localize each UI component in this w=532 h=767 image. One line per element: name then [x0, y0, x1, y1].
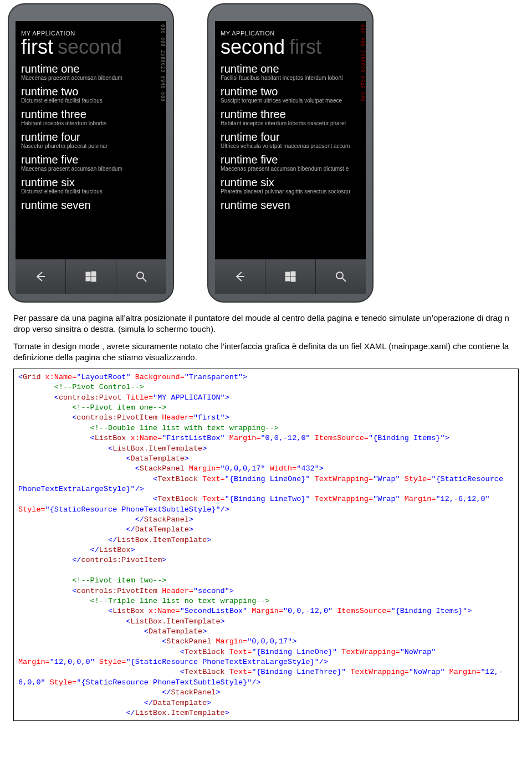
hw-buttons [16, 259, 166, 294]
svg-rect-11 [291, 277, 295, 282]
paragraph-1: Per passare da una pagina all’altra posi… [13, 313, 519, 335]
svg-point-5 [137, 272, 144, 279]
paragraph-2: Tornate in design mode , avrete sicurame… [13, 341, 519, 364]
list-item[interactable]: runtime threeHabitant inceptos interdum … [221, 109, 360, 127]
back-button[interactable] [215, 259, 265, 294]
pivot-header[interactable]: second first [221, 35, 360, 59]
pivot-header[interactable]: first second [21, 35, 161, 59]
svg-line-6 [143, 278, 146, 282]
list-item[interactable]: runtime twoDictumst eleifend facilisi fa… [21, 86, 161, 104]
list[interactable]: runtime oneFacilisi faucibus habitant in… [221, 63, 360, 211]
pivot-active[interactable]: second [221, 35, 285, 58]
svg-rect-8 [285, 272, 290, 276]
svg-rect-1 [86, 272, 90, 276]
svg-point-12 [336, 272, 343, 279]
svg-rect-2 [91, 272, 96, 276]
phone-right: 000 000 2590020 0940 080 MY APPLICATION … [207, 3, 374, 303]
list-item[interactable]: runtime threeHabitant inceptos interdum … [21, 109, 161, 127]
svg-rect-10 [285, 277, 290, 281]
svg-rect-3 [86, 277, 90, 281]
pivot-inactive[interactable]: second [58, 35, 122, 58]
list-item[interactable]: runtime seven [21, 200, 161, 211]
list-item[interactable]: runtime fourUltrices vehicula volutpat m… [221, 131, 360, 150]
list-item[interactable]: runtime seven [221, 200, 360, 211]
pivot-active[interactable]: first [21, 35, 53, 58]
windows-button[interactable] [66, 259, 116, 294]
emulator-counter: 000 000 2590020 0940 080 [160, 24, 165, 102]
list[interactable]: runtime oneMaecenas praesent accumsan bi… [21, 63, 161, 211]
pivot-inactive[interactable]: first [289, 35, 321, 58]
emulator-counter: 000 000 2590020 0940 080 [360, 24, 365, 102]
list-item[interactable]: runtime oneFacilisi faucibus habitant in… [221, 63, 360, 81]
svg-line-13 [342, 278, 346, 282]
back-button[interactable] [16, 259, 66, 294]
phones-row: 000 000 2590020 0940 080 MY APPLICATION … [0, 0, 532, 303]
windows-button[interactable] [265, 259, 316, 294]
list-item[interactable]: runtime sixDictumst eleifend facilisi fa… [21, 177, 161, 195]
search-button[interactable] [116, 259, 166, 294]
list-item[interactable]: runtime fiveMaecenas praesent accumsan b… [21, 154, 161, 172]
svg-rect-9 [291, 272, 295, 276]
xaml-code: <Grid x:Name="LayoutRoot" Background="Tr… [13, 369, 519, 721]
phone-right-screen: 000 000 2590020 0940 080 MY APPLICATION … [215, 21, 366, 259]
list-item[interactable]: runtime fiveMaecenas praesent accumsan b… [221, 154, 360, 172]
phone-left: 000 000 2590020 0940 080 MY APPLICATION … [8, 3, 174, 303]
svg-rect-4 [91, 277, 96, 282]
list-item[interactable]: runtime twoSuscipit torquent ultrices ve… [221, 86, 360, 104]
list-item[interactable]: runtime sixPharetra placerat pulvinar sa… [221, 177, 360, 195]
hw-buttons [215, 259, 366, 294]
search-button[interactable] [316, 259, 366, 294]
prose: Per passare da una pagina all’altra posi… [0, 313, 532, 363]
phone-left-screen: 000 000 2590020 0940 080 MY APPLICATION … [16, 21, 166, 259]
list-item[interactable]: runtime fourNascetur pharetra placerat p… [21, 131, 161, 150]
list-item[interactable]: runtime oneMaecenas praesent accumsan bi… [21, 63, 161, 81]
